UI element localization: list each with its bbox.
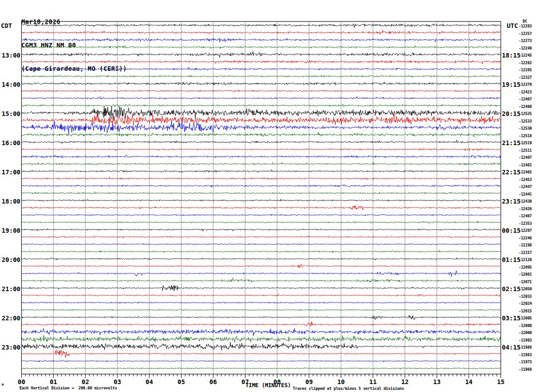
dc-offset-value: -12257: [519, 31, 532, 36]
trace-row: [22, 236, 501, 238]
trace-row: [22, 177, 501, 180]
cdt-hour-label: 14:00: [0, 81, 20, 88]
cdt-hour-label: 23:00: [0, 344, 20, 351]
trace-row: [22, 162, 501, 165]
dc-offset-value: -12024: [519, 301, 532, 306]
minute-tick-label: 14: [462, 378, 475, 385]
trace-row: [22, 257, 501, 260]
minute-tick-label: 03: [111, 378, 124, 385]
trace-row: [22, 90, 501, 92]
trace-row: [22, 360, 501, 362]
trace-row: [22, 60, 501, 64]
utc-hour-label: 21:15: [502, 139, 520, 146]
dc-offset-value: -12050: [519, 287, 532, 291]
minute-tick-label: 02: [79, 378, 92, 385]
dc-offset-value: -12120: [519, 257, 532, 262]
dc-offset-value: -12327: [519, 75, 532, 80]
cdt-hour-label: 16:00: [0, 139, 20, 146]
dc-offset-value: -12447: [519, 184, 532, 189]
trace-row: [22, 192, 501, 194]
dc-offset-value: -11973: [519, 360, 532, 364]
dc-offset-value: -12498: [519, 104, 532, 109]
dc-offset-value: -11988: [519, 345, 532, 350]
cdt-hour-label: 17:00: [0, 169, 20, 176]
dc-offset-value: -12005: [519, 316, 532, 320]
utc-hour-label: 04:15: [502, 344, 520, 351]
utc-hour-label: 03:15: [502, 315, 520, 322]
utc-hour-label: 20:15: [502, 110, 520, 117]
trace-row: [22, 250, 501, 253]
dc-offset-value: -12081: [519, 272, 532, 277]
dc-offset-value: -12530: [519, 126, 532, 131]
trace-row: [22, 335, 501, 342]
dc-offset-value: -12285: [519, 68, 532, 72]
dc-offset-value: -12465: [519, 170, 532, 174]
helicorder-plot: [0, 0, 536, 392]
trace-row: [22, 315, 501, 320]
trace-row: [22, 264, 501, 268]
minute-tick-label: 12: [398, 378, 412, 385]
trace-row: [22, 229, 501, 231]
utc-hour-label: 00:15: [502, 227, 520, 234]
dc-offset-value: -12426: [519, 207, 532, 211]
trace-row: [22, 206, 501, 210]
minute-tick-label: 15: [494, 378, 508, 385]
trace-row: [22, 155, 501, 158]
dc-offset-value: -11993: [519, 338, 532, 342]
minute-tick-label: 10: [334, 378, 348, 385]
trace-row: [22, 350, 501, 357]
dc-offset-value: -12511: [519, 148, 532, 153]
trace-row: [22, 30, 501, 34]
dc-offset-value: -12525: [519, 111, 532, 116]
trace-row: [22, 148, 501, 151]
footer-scale-note: Each Vertical Division = 200.00 microvol…: [19, 386, 117, 390]
dc-offset-value: -12533: [519, 119, 532, 123]
dc-offset-value: -12518: [519, 134, 532, 138]
utc-hour-label: 19:15: [502, 81, 520, 88]
trace-row: [22, 104, 501, 108]
cdt-hour-label: 20:00: [0, 256, 20, 263]
trace-row: [22, 51, 501, 58]
trace-row: [22, 295, 501, 297]
cdt-hour-label: 21:00: [0, 285, 20, 292]
trace-row: [22, 221, 501, 223]
trace-row: [22, 322, 501, 327]
trace-row: [22, 140, 501, 144]
helicorder-page: Mar18,2026 CGM3 HNZ NM 00 (Cape Girardea…: [0, 0, 536, 392]
trace-row: [22, 199, 501, 202]
trace-row: [22, 328, 501, 336]
trace-row: [22, 243, 501, 245]
dc-offset-value: -12262: [519, 61, 532, 65]
trace-row: [22, 82, 501, 85]
corner-mark: M: [2, 383, 4, 387]
dc-offset-value: -12283: [519, 24, 532, 28]
dc-offset-value: -12095: [519, 265, 532, 269]
trace-row: [22, 368, 501, 369]
dc-offset-value: -11968: [519, 367, 532, 372]
trace-row: [22, 285, 501, 291]
trace-row: [22, 67, 501, 70]
trace-row: [22, 271, 501, 277]
minute-tick-label: 13: [430, 378, 443, 385]
trace-row: [22, 169, 501, 173]
dc-offset-value: -12423: [519, 90, 532, 94]
x-axis-title: TIME (MINUTES): [245, 382, 291, 388]
trace-row: [22, 184, 501, 188]
dc-offset-value: -12273: [519, 38, 532, 43]
utc-hour-label: 22:15: [502, 169, 520, 176]
dc-offset-value: -12015: [519, 309, 532, 313]
dc-offset-value: -12249: [519, 46, 532, 50]
trace-row: [22, 114, 501, 127]
dc-offset-value: -12198: [519, 243, 532, 247]
trace-row: [22, 75, 501, 77]
dc-offset-value: -12000: [519, 323, 532, 328]
minute-tick-label: 09: [303, 378, 316, 385]
trace-row: [22, 132, 501, 137]
trace-row: [22, 38, 501, 42]
cdt-hour-label: 18:00: [0, 198, 20, 205]
minute-tick-label: 11: [366, 378, 380, 385]
dc-offset-value: -12071: [519, 280, 532, 284]
minute-tick-label: 05: [175, 378, 188, 385]
dc-offset-value: -12441: [519, 192, 532, 196]
trace-row: [22, 46, 501, 49]
